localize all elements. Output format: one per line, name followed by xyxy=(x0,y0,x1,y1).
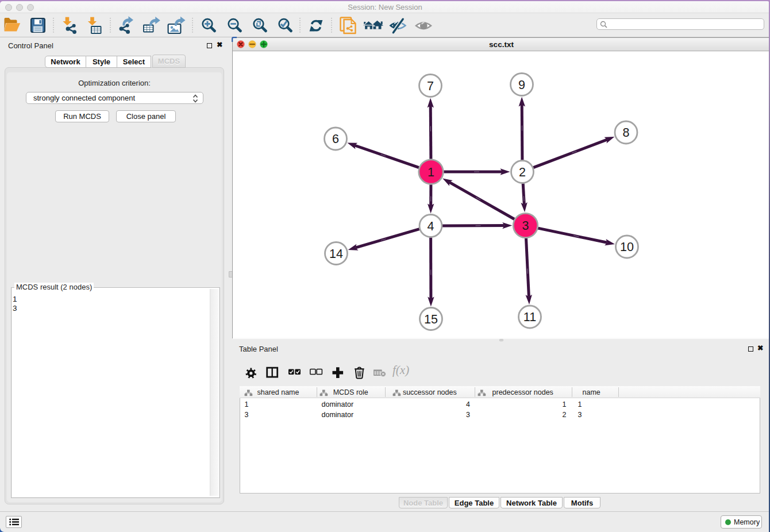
svg-text:4: 4 xyxy=(428,219,434,233)
svg-text:11: 11 xyxy=(523,310,536,324)
svg-text:2: 2 xyxy=(519,165,526,179)
svg-text:7: 7 xyxy=(427,79,434,93)
svg-text:9: 9 xyxy=(518,78,525,92)
svg-text:15: 15 xyxy=(424,313,438,326)
svg-text:10: 10 xyxy=(620,240,634,254)
svg-text:6: 6 xyxy=(332,132,339,146)
svg-text:1: 1 xyxy=(428,165,434,179)
svg-text:14: 14 xyxy=(329,247,343,261)
svg-text:3: 3 xyxy=(522,219,529,233)
svg-text:8: 8 xyxy=(623,126,630,140)
